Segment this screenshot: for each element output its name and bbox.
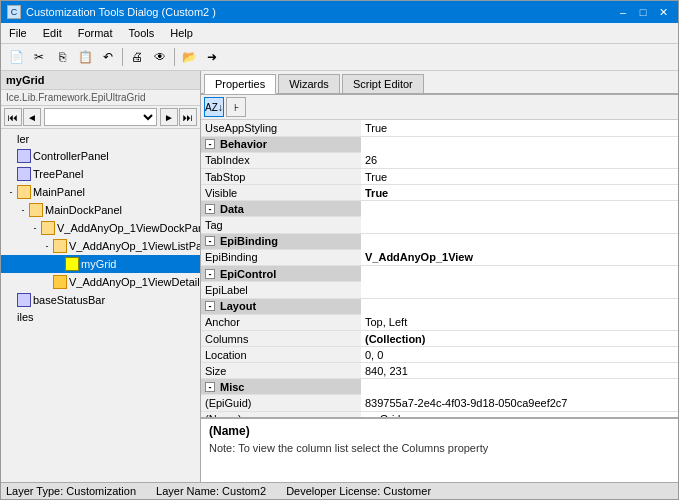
cat-expand-icon[interactable]: - [205, 139, 215, 149]
prop-value-location[interactable]: 0, 0 [361, 347, 678, 363]
prop-name-useappstyling: UseAppStyling [201, 120, 361, 136]
cat-behavior[interactable]: -Behavior [201, 137, 361, 153]
cat-epicontrol[interactable]: -EpiControl [201, 266, 361, 282]
prop-name-visible: Visible [201, 185, 361, 201]
cat-row-epicontrol: -EpiControl [201, 266, 678, 283]
cut-button[interactable]: ✂ [28, 46, 50, 68]
tab-script-editor[interactable]: Script Editor [342, 74, 424, 93]
tree-item-base-status-bar[interactable]: baseStatusBar [1, 291, 200, 309]
properties-table: UseAppStyling True -Behavior TabIndex 26 [201, 120, 678, 417]
tree-prev-button[interactable]: ◄ [23, 108, 41, 126]
expand-icon[interactable]: - [29, 222, 41, 234]
folder-icon [53, 275, 67, 289]
open-button[interactable]: 📂 [178, 46, 200, 68]
close-button[interactable]: ✕ [654, 4, 672, 20]
prop-row-tabindex: TabIndex 26 [201, 153, 678, 169]
tree-last-button[interactable]: ⏭ [179, 108, 197, 126]
tree-item-ler[interactable]: ler [1, 131, 200, 147]
tree-item-label: MainDockPanel [45, 204, 122, 216]
prop-value-columns[interactable]: (Collection) [361, 331, 678, 347]
tree-combo[interactable] [44, 108, 157, 126]
prop-value-tabindex[interactable]: 26 [361, 153, 678, 169]
expand-icon[interactable] [5, 311, 17, 323]
menu-help[interactable]: Help [162, 25, 201, 41]
tab-properties[interactable]: Properties [204, 74, 276, 94]
panel-icon [17, 149, 31, 163]
prop-row-tabstop: TabStop True [201, 169, 678, 185]
cat-expand-icon[interactable]: - [205, 204, 215, 214]
tree-item-dock-panel1[interactable]: - V_AddAnyOp_1ViewDockPanel1 [1, 219, 200, 237]
copy-button[interactable]: ⎘ [51, 46, 73, 68]
tree-item-label: V_AddAnyOp_1ViewDetailPan [69, 276, 200, 288]
tree-item-label: ler [17, 133, 29, 145]
prop-name-columns: Columns [201, 331, 361, 347]
expand-icon[interactable] [5, 133, 17, 145]
prop-row-useappstyling: UseAppStyling True [201, 120, 678, 136]
expand-icon[interactable]: - [5, 186, 17, 198]
panel-icon [17, 167, 31, 181]
preview-button[interactable]: 👁 [149, 46, 171, 68]
tree-item-label: myGrid [81, 258, 116, 270]
menu-edit[interactable]: Edit [35, 25, 70, 41]
expand-icon[interactable] [5, 168, 17, 180]
prop-value-epibinding[interactable]: V_AddAnyOp_1View [361, 250, 678, 266]
tree-item-iles[interactable]: iles [1, 309, 200, 325]
prop-value-epiguid[interactable]: 839755a7-2e4c-4f03-9d18-050ca9eef2c7 [361, 395, 678, 411]
tree-first-button[interactable]: ⏮ [4, 108, 22, 126]
folder-open-icon [17, 185, 31, 199]
undo-button[interactable]: ↶ [97, 46, 119, 68]
maximize-button[interactable]: □ [634, 4, 652, 20]
toolbar-separator [122, 48, 123, 66]
cat-expand-icon[interactable]: - [205, 382, 215, 392]
prop-value-epilabel[interactable] [361, 282, 678, 298]
window-title: Customization Tools Dialog (Custom2 ) [26, 6, 216, 18]
cat-sort-button[interactable]: ⊦ [226, 97, 246, 117]
tree-item-main-panel[interactable]: - MainPanel [1, 183, 200, 201]
developer-license-value: Customer [383, 485, 431, 497]
minimize-button[interactable]: – [614, 4, 632, 20]
tab-wizards[interactable]: Wizards [278, 74, 340, 93]
cat-misc[interactable]: -Misc [201, 379, 361, 395]
expand-icon[interactable] [53, 258, 65, 270]
arrow-button[interactable]: ➜ [201, 46, 223, 68]
expand-icon[interactable]: - [41, 240, 53, 252]
prop-value-tag[interactable] [361, 217, 678, 233]
print-button[interactable]: 🖨 [126, 46, 148, 68]
tree-next-button[interactable]: ► [160, 108, 178, 126]
menu-tools[interactable]: Tools [121, 25, 163, 41]
tree-item-main-dock-panel[interactable]: - MainDockPanel [1, 201, 200, 219]
cat-epibinding[interactable]: -EpiBinding [201, 234, 361, 250]
az-sort-button[interactable]: AZ↓ [204, 97, 224, 117]
expand-icon[interactable] [5, 294, 17, 306]
expand-icon[interactable] [5, 150, 17, 162]
paste-button[interactable]: 📋 [74, 46, 96, 68]
cat-expand-icon[interactable]: - [205, 301, 215, 311]
cat-data[interactable]: -Data [201, 201, 361, 217]
layer-name-value: Custom2 [222, 485, 266, 497]
cat-expand-icon[interactable]: - [205, 236, 215, 246]
prop-row-visible: Visible True [201, 185, 678, 201]
cat-row-layout: -Layout [201, 298, 678, 315]
props-bottom-name: (Name) [209, 424, 670, 438]
prop-value-visible[interactable]: True [361, 185, 678, 201]
tree-item-mygrid[interactable]: myGrid [1, 255, 200, 273]
menu-file[interactable]: File [1, 25, 35, 41]
tree-item-tree-panel[interactable]: TreePanel [1, 165, 200, 183]
expand-icon[interactable] [41, 276, 53, 288]
prop-name-tabindex: TabIndex [201, 153, 361, 169]
prop-row-epilabel: EpiLabel [201, 282, 678, 298]
menu-format[interactable]: Format [70, 25, 121, 41]
folder-open-icon [41, 221, 55, 235]
prop-value-tabstop[interactable]: True [361, 169, 678, 185]
tree-item-controller-panel[interactable]: ControllerPanel [1, 147, 200, 165]
cat-layout[interactable]: -Layout [201, 299, 361, 315]
prop-value-size[interactable]: 840, 231 [361, 363, 678, 379]
cat-expand-icon[interactable]: - [205, 269, 215, 279]
tree-item-list-panel1[interactable]: - V_AddAnyOp_1ViewListPanel1 [1, 237, 200, 255]
prop-value-anchor[interactable]: Top, Left [361, 315, 678, 331]
expand-icon[interactable]: - [17, 204, 29, 216]
tree-area: ler ControllerPanel TreePanel [1, 129, 200, 482]
tree-item-detail-panel[interactable]: V_AddAnyOp_1ViewDetailPan [1, 273, 200, 291]
new-button[interactable]: 📄 [5, 46, 27, 68]
prop-value-useappstyling[interactable]: True [361, 120, 678, 136]
